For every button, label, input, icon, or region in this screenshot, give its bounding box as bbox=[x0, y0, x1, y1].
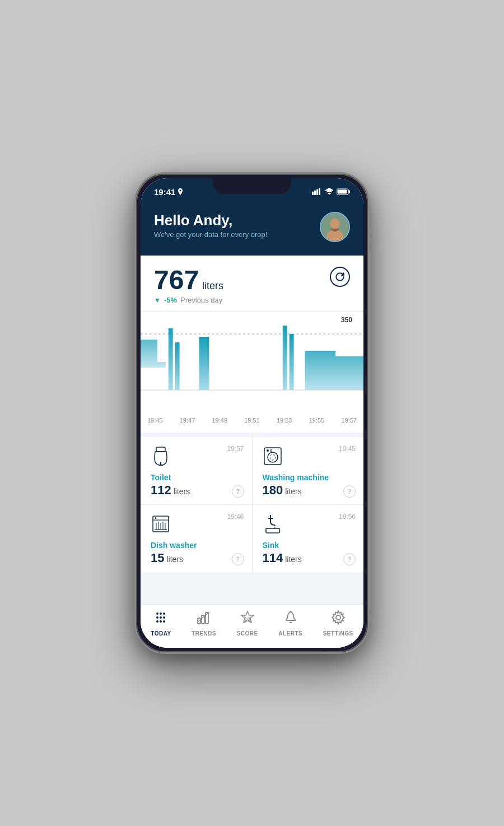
usage-number: 767 bbox=[154, 267, 199, 294]
avatar-image bbox=[321, 213, 349, 241]
svg-point-23 bbox=[270, 454, 276, 460]
washer-amount: 180 liters bbox=[263, 483, 354, 498]
svg-rect-12 bbox=[169, 328, 173, 390]
stats-left: 767 liters ▼ -5% Previous day bbox=[154, 267, 223, 304]
sink-unit: liters bbox=[285, 555, 302, 564]
svg-point-38 bbox=[156, 612, 158, 615]
svg-point-43 bbox=[163, 616, 165, 619]
nav-today-label: TODAY bbox=[151, 630, 171, 637]
app-header: Hello Andy, We've got your data for ever… bbox=[141, 203, 363, 256]
screen-scroll: 19:41 bbox=[141, 178, 363, 648]
svg-point-41 bbox=[156, 616, 158, 619]
sink-time: 19:56 bbox=[339, 513, 356, 521]
phone-wrapper: 19:41 bbox=[134, 172, 370, 654]
change-percent: -5% bbox=[164, 296, 177, 304]
svg-point-22 bbox=[268, 452, 278, 462]
total-usage: 767 liters bbox=[154, 267, 223, 294]
washer-time: 19:45 bbox=[339, 445, 356, 453]
svg-rect-16 bbox=[290, 334, 294, 390]
dishwasher-value: 15 bbox=[151, 551, 164, 565]
dishwasher-name: Dish washer bbox=[151, 541, 242, 550]
svg-rect-0 bbox=[312, 192, 314, 195]
stats-change: ▼ -5% Previous day bbox=[154, 296, 223, 304]
status-time: 19:41 bbox=[154, 187, 183, 197]
nav-today[interactable]: TODAY bbox=[146, 610, 175, 637]
dishwasher-time: 19:46 bbox=[227, 513, 244, 521]
change-label: Previous day bbox=[180, 296, 222, 304]
washer-unit: liters bbox=[285, 487, 302, 496]
svg-point-25 bbox=[270, 450, 272, 452]
usage-unit: liters bbox=[202, 280, 223, 292]
washer-help-button[interactable]: ? bbox=[343, 485, 356, 498]
refresh-button[interactable] bbox=[330, 267, 350, 287]
nav-score-label: SCORE bbox=[237, 630, 258, 637]
washer-card[interactable]: 19:45 Washing machine bbox=[253, 437, 364, 504]
svg-rect-15 bbox=[283, 326, 287, 390]
svg-rect-13 bbox=[175, 342, 180, 390]
greeting-subtitle: We've got your data for every drop! bbox=[154, 230, 267, 239]
phone-frame: 19:41 bbox=[134, 172, 370, 654]
chart-x-labels: 19:45 19:47 19:49 19:51 19:53 19:55 19:5… bbox=[141, 415, 363, 424]
toilet-name: Toilet bbox=[151, 473, 242, 482]
washer-value: 180 bbox=[263, 483, 283, 498]
status-icons bbox=[312, 188, 350, 195]
nav-settings[interactable]: SETTINGS bbox=[319, 610, 358, 637]
toilet-help-button[interactable]: ? bbox=[232, 485, 244, 498]
dishwasher-help-button[interactable]: ? bbox=[232, 553, 244, 565]
sink-help-button[interactable]: ? bbox=[343, 553, 356, 565]
x-label-3: 19:51 bbox=[244, 417, 260, 424]
svg-point-28 bbox=[155, 517, 157, 519]
nav-settings-label: SETTINGS bbox=[323, 630, 353, 637]
chart-svg-wrapper bbox=[141, 312, 363, 415]
nav-score[interactable]: SCORE bbox=[232, 610, 263, 637]
settings-icon bbox=[331, 610, 346, 628]
dishwasher-amount: 15 liters bbox=[151, 551, 242, 565]
header-text: Hello Andy, We've got your data for ever… bbox=[154, 212, 267, 239]
nav-trends[interactable]: TRENDS bbox=[187, 610, 221, 637]
chart-reference-value: 350 bbox=[341, 316, 352, 324]
x-label-1: 19:47 bbox=[180, 417, 195, 424]
bottom-nav: TODAY TRENDS bbox=[141, 604, 363, 648]
svg-point-9 bbox=[330, 219, 340, 229]
toilet-amount: 112 liters bbox=[151, 483, 242, 498]
svg-rect-3 bbox=[319, 188, 320, 195]
appliance-grid: 19:57 Toilet 11 bbox=[141, 437, 363, 572]
user-avatar[interactable] bbox=[320, 212, 350, 242]
trends-icon bbox=[197, 610, 211, 628]
sink-name: Sink bbox=[263, 541, 354, 550]
sink-card[interactable]: 19:56 bbox=[253, 505, 364, 572]
toilet-unit: liters bbox=[174, 487, 190, 496]
svg-point-46 bbox=[163, 620, 165, 623]
svg-rect-14 bbox=[199, 337, 209, 390]
main-content: 767 liters ▼ -5% Previous day bbox=[141, 256, 363, 604]
battery-icon bbox=[337, 188, 350, 195]
sink-amount: 114 liters bbox=[263, 551, 354, 565]
sink-value: 114 bbox=[263, 551, 283, 565]
down-arrow-icon: ▼ bbox=[154, 296, 161, 304]
refresh-icon bbox=[335, 272, 345, 282]
svg-point-24 bbox=[267, 449, 269, 452]
notch bbox=[213, 178, 291, 194]
usage-chart bbox=[141, 312, 363, 412]
svg-point-44 bbox=[156, 620, 158, 623]
x-label-2: 19:49 bbox=[212, 417, 227, 424]
x-label-0: 19:45 bbox=[147, 417, 163, 424]
score-icon bbox=[240, 610, 255, 628]
signal-icon bbox=[312, 188, 322, 195]
dishwasher-card[interactable]: 19:46 bbox=[141, 505, 252, 572]
wifi-icon bbox=[325, 188, 334, 195]
nav-alerts[interactable]: ALERTS bbox=[274, 610, 307, 637]
svg-point-40 bbox=[163, 612, 165, 615]
toilet-card[interactable]: 19:57 Toilet 11 bbox=[141, 437, 252, 504]
svg-point-42 bbox=[160, 616, 162, 619]
screen: 19:41 bbox=[141, 178, 363, 648]
washer-name: Washing machine bbox=[263, 473, 354, 482]
nav-alerts-label: ALERTS bbox=[278, 630, 302, 637]
svg-point-45 bbox=[160, 620, 162, 623]
toilet-time: 19:57 bbox=[227, 445, 244, 453]
chart-container: 350 bbox=[141, 312, 363, 433]
dishwasher-unit: liters bbox=[166, 555, 183, 564]
toilet-value: 112 bbox=[151, 483, 171, 498]
svg-rect-7 bbox=[338, 190, 347, 194]
svg-rect-6 bbox=[349, 191, 351, 193]
